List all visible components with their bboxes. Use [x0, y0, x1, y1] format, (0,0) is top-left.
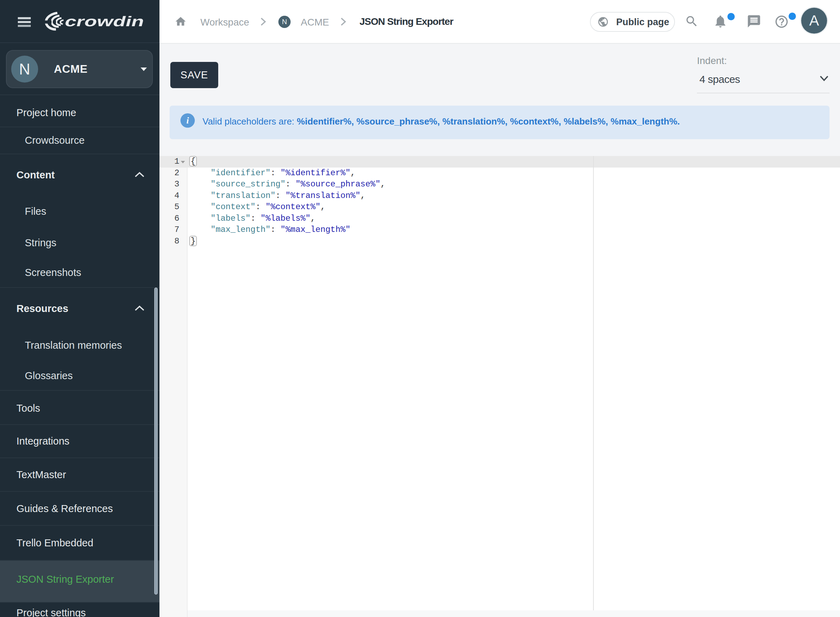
svg-text:crowdin: crowdin [63, 14, 146, 30]
